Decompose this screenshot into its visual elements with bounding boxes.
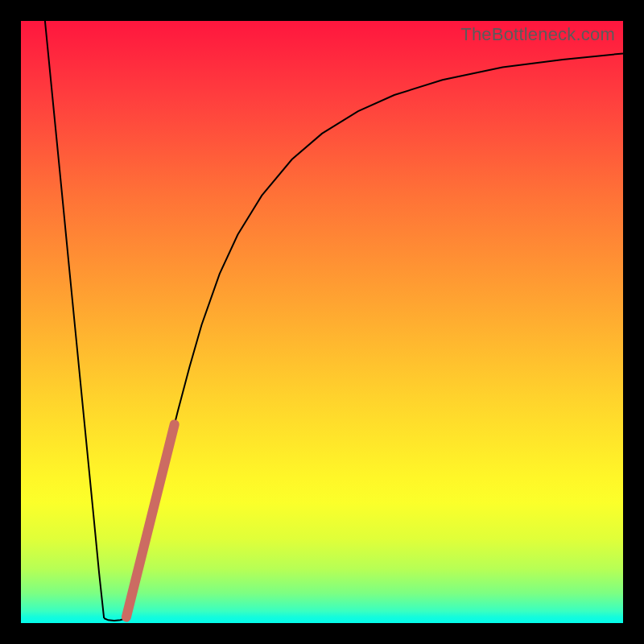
chart-svg xyxy=(21,21,623,623)
overlay-highlight xyxy=(126,424,175,617)
curve-right-branch xyxy=(130,53,623,616)
plot-area: TheBottleneck.com xyxy=(21,21,623,623)
curve-left-branch xyxy=(45,21,104,618)
chart-frame: TheBottleneck.com xyxy=(0,0,644,644)
